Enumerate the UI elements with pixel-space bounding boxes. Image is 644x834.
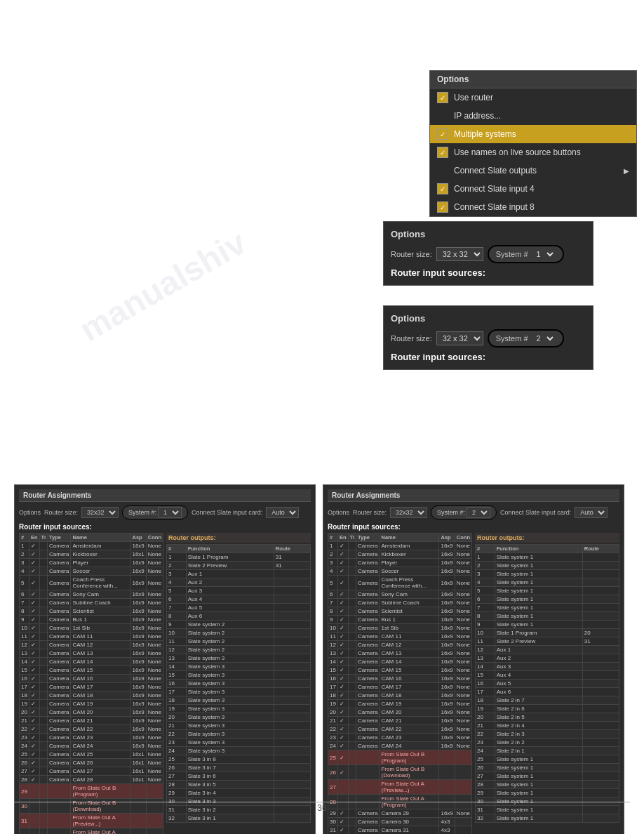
- table-row: 24✓CameraCAM 2416x9None: [328, 742, 472, 750]
- router-size-select-2[interactable]: 32 x 32: [436, 331, 483, 345]
- table-row: 27Slate 3 in 6: [167, 772, 311, 781]
- router-size-label-p2: Router size:: [353, 509, 387, 516]
- router-panel-1-options: Options Router size: 32x32 System #: 12 …: [19, 505, 311, 519]
- sys-label-p1: System #:: [128, 509, 156, 516]
- system-num-select-1[interactable]: 1 2: [531, 248, 556, 260]
- table-row: 11✓CameraCAM 1116x9None: [20, 633, 163, 641]
- th2-out-num: #: [476, 545, 495, 553]
- table-row: 32From Slate Out A (Program): [20, 828, 163, 835]
- panel2-outputs-col: Router outputs: # Function Route 1Slate …: [475, 533, 619, 834]
- router-size-p2[interactable]: 32x32: [390, 507, 427, 518]
- table-row: 30From Slate Out B (Download): [20, 799, 163, 814]
- check-placeholder-slate-out: [437, 165, 448, 176]
- th-type: Type: [48, 534, 71, 542]
- system-num-badge-2: System # 1 2: [488, 329, 564, 348]
- th-enable: En: [29, 534, 39, 542]
- table-row: 8Aux 6: [167, 612, 311, 621]
- table-row: 21✓CameraCAM 2116x9None: [20, 717, 163, 725]
- table-row: 13✓CameraCAM 1316x9None: [328, 649, 472, 658]
- system-badge-p1: System #: 12: [122, 505, 188, 519]
- table-row: 13Aux 2: [476, 654, 619, 663]
- options-box1-header: Options: [391, 229, 586, 239]
- table-row: 14✓CameraCAM 1416x9None: [20, 658, 163, 666]
- table-row: 1Slate system 1: [476, 553, 619, 562]
- menu-item-multiple-systems[interactable]: ✓ Multiple systems: [430, 125, 636, 143]
- table-row: 23Slate system 3: [167, 739, 311, 747]
- table-row: 14Aux 3: [476, 663, 619, 671]
- table-row: 24Slate system 3: [167, 747, 311, 755]
- table-row: 1Slate 1 Program31: [167, 553, 311, 562]
- router-size-label-1: Router size:: [391, 250, 432, 258]
- th-aspect: Asp: [130, 534, 146, 542]
- panel1-outputs-table: # Function Route 1Slate 1 Program312Slat…: [166, 544, 311, 823]
- table-row: 18✓CameraCAM 1816x9None: [20, 691, 163, 700]
- table-row: 32Slate system 1: [476, 814, 619, 823]
- table-row: 24Slate 2 in 1: [476, 747, 619, 755]
- table-row: 10✓Camera1st Sib16x9None: [20, 624, 163, 633]
- connect-label-p2: Connect Slate input card:: [500, 509, 571, 516]
- menu-label-multiple-systems: Multiple systems: [454, 129, 516, 139]
- table-row: 22Slate system 3: [167, 730, 311, 739]
- system-num-label-1: System #: [496, 250, 528, 258]
- table-row: 16✓CameraCAM 1616x9None: [20, 675, 163, 683]
- table-row: 12Slate system 2: [167, 646, 311, 654]
- table-row: 15Aux 4: [476, 671, 619, 680]
- menu-label-connect-slate-input-8: Connect Slate input 8: [454, 202, 535, 212]
- system-num-select-2[interactable]: 1 2: [531, 332, 556, 345]
- router-panel-1: Router Assignments Options Router size: …: [14, 484, 316, 834]
- check-icon-slate-input-4: ✓: [437, 183, 448, 194]
- panel2-inputs-table: # En Ti Type Name Asp Conn 1✓CameraAmste…: [328, 533, 472, 834]
- router-size-label-p1: Router size:: [44, 509, 78, 516]
- th-tiled: Ti: [39, 534, 48, 542]
- table-row: 8✓CameraScientist16x9None: [20, 607, 163, 616]
- table-row: 10✓Camera1st Sib16x9None: [328, 624, 472, 633]
- table-row: 31✓CameraCamera 314x3: [328, 826, 472, 835]
- router-size-select-1[interactable]: 32 x 32: [436, 247, 483, 261]
- table-row: 21Slate 2 in 4: [476, 722, 619, 730]
- table-row: 5Aux 3: [167, 587, 311, 595]
- th-name: Name: [71, 534, 130, 542]
- table-row: 23Slate 2 in 2: [476, 739, 619, 747]
- th2-type: Type: [356, 534, 380, 542]
- table-row: 6Slate system 1: [476, 595, 619, 604]
- menu-item-connect-slate-input-4[interactable]: ✓ Connect Slate input 4: [430, 180, 636, 198]
- table-row: 25✓From Slate Out B (Program): [328, 750, 472, 765]
- table-row: 25Slate system 1: [476, 755, 619, 764]
- panel2-outputs-table: # Function Route 1Slate system 12Slate s…: [475, 544, 619, 823]
- table-row: 29From Slate Out B (Program): [20, 784, 163, 799]
- options-label-p1: Options: [19, 509, 41, 516]
- router-size-p1[interactable]: 32x32: [81, 507, 119, 518]
- table-row: 2✓CameraKickboxer16x1None: [20, 550, 163, 559]
- connect-select-p1[interactable]: Auto: [266, 507, 299, 518]
- sys-select-p2[interactable]: 12: [467, 507, 490, 518]
- panel1-outputs-title: Router outputs:: [166, 533, 311, 543]
- page-number: 36: [317, 803, 326, 813]
- table-row: 8✓CameraScientist16x9None: [328, 607, 472, 616]
- table-row: 22Slate 2 in 3: [476, 730, 619, 739]
- table-row: 19Slate system 3: [167, 705, 311, 713]
- menu-item-use-names[interactable]: ✓ Use names on live source buttons: [430, 143, 636, 161]
- table-row: 14✓CameraCAM 1416x9None: [328, 658, 472, 666]
- submenu-arrow-icon: ▶: [624, 167, 629, 175]
- menu-item-connect-slate-outputs[interactable]: Connect Slate outputs ▶: [430, 161, 636, 180]
- sys-select-p1[interactable]: 12: [158, 507, 182, 518]
- menu-item-connect-slate-input-8[interactable]: ✓ Connect Slate input 8: [430, 198, 636, 216]
- th2-route: Route: [582, 545, 619, 553]
- table-row: 15✓CameraCAM 1516x9None: [20, 666, 163, 675]
- options-box-2: Options Router size: 32 x 32 System # 1 …: [383, 305, 593, 370]
- system-badge-p2: System #: 12: [431, 505, 497, 519]
- check-placeholder-ip: [437, 110, 448, 121]
- table-row: 27From Slate Out A (Preview...): [328, 780, 472, 795]
- menu-item-use-router[interactable]: ✓ Use router: [430, 88, 636, 107]
- router-panel-2-title: Router Assignments: [328, 489, 619, 502]
- table-row: 2✓CameraKickboxer16x9None: [328, 550, 472, 559]
- menu-item-ip-address[interactable]: IP address...: [430, 107, 636, 125]
- system-num-label-2: System #: [496, 334, 528, 343]
- table-row: 15Slate system 3: [167, 671, 311, 680]
- table-row: 12✓CameraCAM 1216x9None: [20, 641, 163, 649]
- th2-aspect: Asp: [439, 534, 455, 542]
- table-row: 29✓CameraCamera 2916x9None: [328, 809, 472, 818]
- connect-select-p2[interactable]: Auto: [575, 507, 608, 518]
- table-row: 15✓CameraCAM 1516x9None: [328, 666, 472, 675]
- table-row: 7Aux 5: [167, 604, 311, 612]
